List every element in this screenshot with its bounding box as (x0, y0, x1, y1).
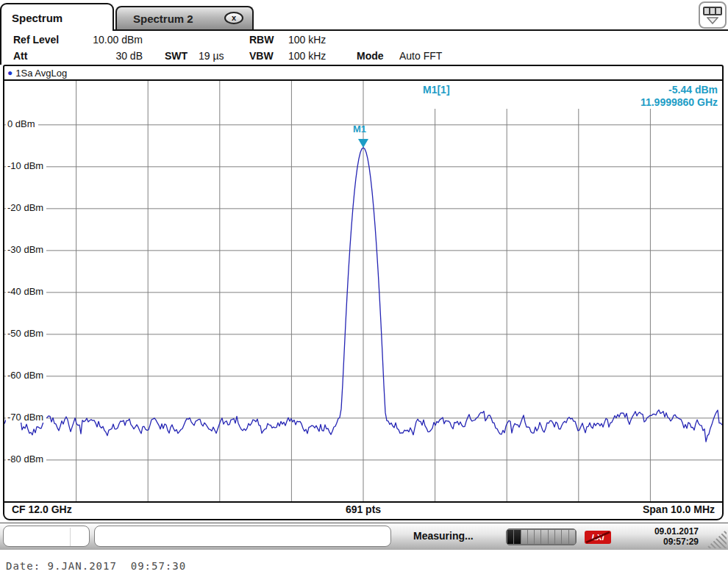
marker-frequency: 11.9999860 GHz (640, 96, 718, 108)
rbw-value[interactable]: 100 kHz (288, 34, 326, 46)
y-axis-label-m10dbm: -10 dBm (6, 160, 46, 171)
att-label: Att (13, 50, 27, 62)
att-value[interactable]: 30 dB (75, 50, 143, 62)
resize-grip-icon[interactable] (706, 529, 727, 548)
y-axis-label-m80dbm: -80 dBm (6, 453, 46, 465)
center-frequency-value[interactable]: CF 12.0 GHz (12, 503, 72, 515)
diagram-window: ● 1Sa AvgLog 0 dBm -10 dBm -20 dBm -30 d… (3, 65, 724, 520)
y-axis-label-m60dbm: -60 dBm (6, 370, 46, 381)
vbw-label: VBW (249, 50, 274, 62)
y-axis-label-m70dbm: -70 dBm (6, 412, 46, 423)
status-datetime: 09.01.2017 09:57:29 (625, 526, 699, 547)
trace1-mode-label: 1Sa AvgLog (15, 68, 67, 79)
tab-close-icon[interactable]: x (224, 12, 243, 24)
toolbar-menu-button[interactable] (699, 1, 727, 29)
marker-level: -5.44 dBm (668, 84, 718, 96)
spectrum-analyzer-screen: Spectrum Spectrum 2 x Ref Level 10.00 dB… (0, 0, 728, 588)
trace1-color-dot-icon: ● (7, 68, 13, 77)
softkey-slot-2[interactable] (94, 526, 391, 547)
lxi-disconnected-icon[interactable]: LXI (584, 530, 612, 545)
swt-value[interactable]: 19 µs (199, 50, 224, 62)
trace-info-bar[interactable]: ● 1Sa AvgLog (4, 66, 722, 81)
softkey-slot-1[interactable] (3, 526, 90, 547)
mode-label: Mode (357, 50, 384, 62)
y-axis-label-m30dbm: -30 dBm (6, 244, 46, 255)
grid-and-trace-canvas (4, 81, 722, 501)
swt-label: SWT (165, 50, 188, 62)
x-axis-info-bar: CF 12.0 GHz 691 pts Span 10.0 MHz (4, 501, 722, 516)
span-value[interactable]: Span 10.0 MHz (643, 503, 715, 515)
measurement-header: Ref Level 10.00 dBm RBW 100 kHz Att 30 d… (0, 31, 728, 65)
sweep-points-value[interactable]: 691 pts (346, 503, 381, 515)
chevron-down-icon (707, 17, 718, 24)
tab-spectrum-2-label: Spectrum 2 (133, 12, 193, 25)
y-axis-label-m20dbm: -20 dBm (6, 202, 46, 213)
hardcopy-date-line: Date: 9.JAN.2017 09:57:30 (6, 560, 186, 572)
y-axis-label-0dbm: 0 dBm (6, 118, 38, 129)
ref-level-value[interactable]: 10.00 dBm (75, 34, 143, 46)
status-bar: Measuring... LXI 09.01.2017 09:57:29 (0, 523, 728, 550)
measurement-progress-bar (506, 528, 577, 545)
y-axis-label-m50dbm: -50 dBm (6, 328, 46, 339)
rbw-label: RBW (249, 34, 274, 46)
mode-value[interactable]: Auto FFT (399, 50, 442, 62)
toolbar-icon (703, 7, 722, 15)
tab-spectrum-label: Spectrum (12, 12, 63, 24)
tab-spectrum-2[interactable]: Spectrum 2 x (115, 6, 254, 29)
measuring-status-text: Measuring... (413, 530, 474, 542)
tab-spectrum[interactable]: Spectrum (0, 3, 114, 31)
ref-level-label: Ref Level (13, 34, 59, 46)
y-axis-label-m40dbm: -40 dBm (6, 286, 46, 297)
marker-readout-panel[interactable]: M1[1] -5.44 dBm 11.9999860 GHz (398, 81, 722, 109)
vbw-value[interactable]: 100 kHz (288, 50, 326, 62)
marker-m1-label: M1 (353, 123, 366, 135)
marker-title: M1[1] (423, 84, 450, 96)
softkey-slot-divider (70, 528, 71, 546)
marker-m1-triangle-icon[interactable] (358, 139, 368, 148)
spectrum-plot[interactable]: 0 dBm -10 dBm -20 dBm -30 dBm -40 dBm -5… (4, 81, 722, 501)
